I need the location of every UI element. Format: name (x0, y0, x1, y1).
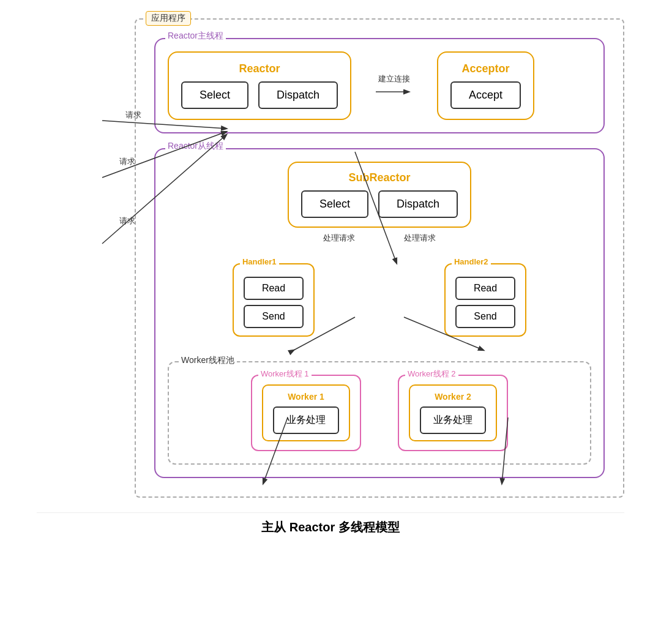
dispatch-button[interactable]: Dispatch (258, 81, 338, 109)
handler2-btns: Read Send (455, 277, 515, 328)
acceptor-box: Acceptor Accept (437, 51, 534, 120)
handler1-send-button[interactable]: Send (244, 305, 304, 328)
subreactor-row: SubReactor Select Dispatch (168, 162, 591, 228)
reactor-main-thread: Reactor主线程 Reactor Select Dispatch 建立连接 (154, 38, 605, 133)
processing-labels: 处理请求 处理请求 (168, 233, 591, 244)
app-label: 应用程序 (146, 11, 191, 26)
worker-thread-1-label: Worker线程 1 (258, 369, 312, 380)
handler1-read-button[interactable]: Read (244, 277, 304, 300)
process-label-2: 处理请求 (404, 233, 436, 244)
worker-pool: Worker线程池 Worker线程 1 Worker 1 业务处理 Worke… (168, 361, 591, 465)
worker2-business-button[interactable]: 业务处理 (420, 406, 486, 434)
reactor-sub-label: Reactor从线程 (165, 141, 226, 152)
reactor-box: Reactor Select Dispatch (168, 51, 351, 120)
subreactor-title: SubReactor (348, 171, 410, 184)
establish-label: 建立连接 (378, 73, 410, 84)
sub-dispatch-button[interactable]: Dispatch (378, 190, 458, 218)
worker-thread-2-label: Worker线程 2 (405, 369, 458, 380)
diagram-title: 主从 Reactor 多线程模型 (37, 512, 624, 542)
main-thread-row: Reactor Select Dispatch 建立连接 (168, 51, 591, 120)
worker-thread-2: Worker线程 2 Worker 2 业务处理 (398, 375, 508, 451)
worker-pool-row: Worker线程 1 Worker 1 业务处理 Worker线程 2 Work… (181, 375, 578, 451)
sub-select-button[interactable]: Select (301, 190, 368, 218)
worker1-title: Worker 1 (288, 392, 324, 402)
subreactor-inner: Select Dispatch (301, 190, 458, 218)
worker-pool-label: Worker线程池 (179, 355, 237, 366)
accept-button[interactable]: Accept (450, 81, 521, 109)
worker2-inner: Worker 2 业务处理 (409, 384, 497, 441)
acceptor-title: Acceptor (462, 62, 510, 75)
handler2-send-button[interactable]: Send (455, 305, 515, 328)
handler1-box: Handler1 Read Send (233, 263, 315, 337)
handler2-box: Handler2 Read Send (444, 263, 526, 337)
establish-arrow-svg (376, 86, 413, 98)
worker-thread-1: Worker线程 1 Worker 1 业务处理 (251, 375, 361, 451)
app-boundary: 应用程序 Reactor主线程 Reactor Select Dispatch … (135, 18, 624, 498)
subreactor-box: SubReactor Select Dispatch (288, 162, 471, 228)
reactor-title: Reactor (239, 62, 280, 75)
handler-row: Handler1 Read Send Handler2 Read Send (168, 253, 591, 337)
worker2-title: Worker 2 (435, 392, 471, 402)
reactor-box-inner: Select Dispatch (181, 81, 338, 109)
establish-arrow: 建立连接 (376, 73, 413, 98)
handler2-read-button[interactable]: Read (455, 277, 515, 300)
reactor-sub-thread: Reactor从线程 SubReactor Select Dispatch 处理… (154, 148, 605, 478)
handler2-title: Handler2 (452, 257, 491, 266)
process-label-1: 处理请求 (323, 233, 355, 244)
select-button[interactable]: Select (181, 81, 248, 109)
worker1-inner: Worker 1 业务处理 (262, 384, 350, 441)
handler1-title: Handler1 (240, 257, 279, 266)
reactor-main-label: Reactor主线程 (165, 31, 226, 42)
handler1-btns: Read Send (244, 277, 304, 328)
worker1-business-button[interactable]: 业务处理 (273, 406, 339, 434)
